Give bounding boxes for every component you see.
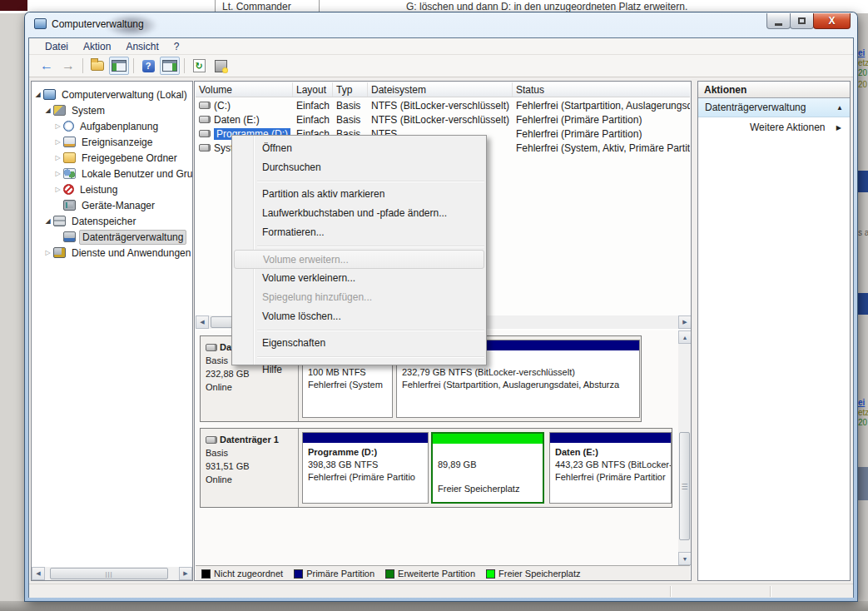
tree-item-label: Datenspeicher: [69, 215, 138, 228]
scroll-left-icon[interactable]: ◀: [32, 567, 45, 580]
disk-1-label[interactable]: Datenträger 1 Basis 931,51 GB Online: [201, 429, 299, 507]
tree-item-dienste[interactable]: ▷ Dienste und Anwendungen: [43, 245, 193, 261]
disk-management-tool-button[interactable]: [211, 57, 231, 75]
menu-item-spiegelung-hinzufuegen[interactable]: Spiegelung hinzufügen...: [232, 288, 486, 307]
volume-table-header: Volume Layout Typ Dateisystem Status: [196, 82, 690, 97]
disk-view-vertical-scrollbar[interactable]: ▲ ☰ ▼: [678, 330, 692, 565]
scroll-right-icon[interactable]: ▶: [179, 567, 192, 580]
event-viewer-icon: [63, 137, 76, 147]
legend-label: Freier Speicherplatz: [498, 569, 580, 579]
column-header-volume[interactable]: Volume: [196, 82, 293, 97]
tree-item-aufgabenplanung[interactable]: ▷ Aufgabenplanung: [53, 118, 161, 134]
export-list-button[interactable]: [87, 57, 107, 75]
toggle-console-tree-button[interactable]: [109, 57, 129, 75]
back-button[interactable]: ←: [37, 57, 57, 75]
minimize-button[interactable]: [766, 13, 791, 29]
partition-programme-d[interactable]: Programme (D:) 398,38 GB NTFS Fehlerfrei…: [302, 432, 429, 504]
menu-separator: [257, 330, 484, 330]
console-tree-panel: ◢ Computerverwaltung (Lokal) ◢ System ▷ …: [31, 81, 193, 581]
column-header-layout[interactable]: Layout: [293, 82, 333, 97]
forward-button[interactable]: →: [58, 57, 78, 75]
menu-separator: [257, 356, 484, 357]
partition-status: Fehlerfrei (Startpartition, Auslagerungs…: [397, 379, 639, 391]
volume-row-c[interactable]: (C:) Einfach Basis NTFS (BitLocker-versc…: [196, 98, 690, 112]
titlebar[interactable]: Computerverwaltung X: [25, 12, 857, 37]
column-header-typ[interactable]: Typ: [333, 82, 368, 97]
app-icon: [34, 18, 47, 29]
tree-item-label: System: [69, 104, 107, 117]
restore-button[interactable]: [790, 13, 814, 29]
expander-icon[interactable]: ▷: [53, 154, 62, 161]
menu-item-formatieren[interactable]: Formatieren...: [232, 223, 486, 242]
tree-item-system[interactable]: ◢ System: [43, 102, 107, 118]
submenu-arrow-icon: ▶: [836, 124, 841, 132]
volume-icon: [199, 130, 211, 137]
column-header-status[interactable]: Status: [513, 82, 690, 97]
legend-item: Nicht zugeordnet: [201, 569, 283, 579]
menu-item-volume-loeschen[interactable]: Volume löschen...: [232, 307, 486, 326]
background-right-strip: ei etz 20 20 s a ei etz 20: [858, 13, 868, 601]
volume-name: (C:): [214, 100, 231, 112]
menu-item-durchsuchen[interactable]: Durchsuchen: [232, 158, 486, 177]
performance-icon: [63, 184, 74, 195]
tree-item-datentraegerverwaltung[interactable]: Datenträgerverwaltung: [62, 229, 186, 245]
tree-item-computerverwaltung[interactable]: ◢ Computerverwaltung (Lokal): [33, 87, 190, 102]
volume-icon: [199, 144, 211, 152]
expander-icon[interactable]: ▷: [43, 249, 52, 256]
background-text-fragment: 20: [858, 68, 867, 77]
scrollbar-thumb[interactable]: |||: [50, 568, 168, 579]
close-button[interactable]: X: [813, 13, 851, 29]
toggle-action-pane-button[interactable]: [160, 57, 180, 75]
volume-filesystem: NTFS (BitLocker-verschlüsselt): [368, 114, 513, 126]
scrollbar-thumb[interactable]: ☰: [679, 432, 690, 540]
partition-title: Programme (D:): [308, 447, 377, 457]
scroll-left-icon[interactable]: ◀: [196, 315, 209, 329]
legend-item: Erweiterte Partition: [385, 569, 475, 579]
help-button[interactable]: ?: [138, 57, 158, 75]
volume-row-daten[interactable]: Daten (E:) Einfach Basis NTFS (BitLocker…: [196, 112, 690, 127]
background-page-strip: Lt. Commander G: löschen und dann D: in …: [0, 0, 868, 13]
menu-ansicht[interactable]: Ansicht: [118, 39, 166, 54]
menu-aktion[interactable]: Aktion: [76, 39, 118, 54]
forward-icon: →: [62, 59, 75, 72]
expander-icon[interactable]: ▷: [53, 170, 62, 177]
tree-item-ereignisanzeige[interactable]: ▷ Ereignisanzeige: [53, 134, 155, 150]
menu-item-volume-verkleinern[interactable]: Volume verkleinern...: [232, 269, 486, 288]
actions-item-weitere-aktionen[interactable]: Weitere Aktionen ▶: [698, 117, 850, 137]
tree-horizontal-scrollbar[interactable]: ◀ ||| ▶: [32, 567, 192, 580]
actions-group-datentraegerverwaltung[interactable]: Datenträgerverwaltung ▲: [698, 98, 850, 117]
expander-icon[interactable]: ▷: [53, 186, 62, 193]
tree-item-leistung[interactable]: ▷ Leistung: [53, 181, 120, 197]
tree-item-lokale-benutzer[interactable]: ▷ Lokale Benutzer und Gru: [53, 166, 193, 181]
volume-filesystem: NTFS (BitLocker-verschlüsselt): [368, 100, 513, 112]
menu-datei[interactable]: Datei: [37, 39, 76, 54]
expander-icon[interactable]: ◢: [43, 107, 52, 114]
menu-item-laufwerkbuchstaben-aendern[interactable]: Laufwerkbuchstaben und -pfade ändern...: [232, 204, 486, 223]
expander-icon[interactable]: ▷: [53, 138, 62, 146]
scroll-down-icon[interactable]: ▼: [678, 552, 692, 565]
free-space-region[interactable]: 89,89 GB Freier Speicherplatz: [431, 432, 544, 504]
column-header-dateisystem[interactable]: Dateisystem: [368, 82, 513, 97]
scroll-up-icon[interactable]: ▲: [678, 330, 692, 344]
menu-item-hilfe[interactable]: Hilfe: [232, 360, 486, 380]
refresh-button[interactable]: ↻: [189, 57, 209, 75]
expander-icon[interactable]: ◢: [43, 217, 52, 225]
expander-icon[interactable]: ◢: [33, 91, 42, 98]
partition-daten-e[interactable]: Daten (E:) 443,23 GB NTFS (BitLocker- Fe…: [549, 432, 672, 504]
menu-item-partition-aktiv-markieren[interactable]: Partition als aktiv markieren: [232, 185, 486, 204]
menu-item-oeffnen[interactable]: Öffnen: [232, 139, 486, 158]
tree-item-datenspeicher[interactable]: ◢ Datenspeicher: [43, 213, 138, 229]
legend-item: Primäre Partition: [294, 569, 374, 579]
volume-icon: [199, 102, 211, 109]
expander-icon[interactable]: ▷: [53, 122, 62, 130]
menu-help[interactable]: ?: [166, 39, 187, 54]
menu-item-volume-erweitern[interactable]: Volume erweitern...: [234, 250, 484, 269]
tree-item-geraete-manager[interactable]: Geräte-Manager: [62, 197, 157, 213]
collapse-icon[interactable]: ▲: [836, 104, 843, 112]
task-scheduler-icon: [63, 121, 74, 132]
menu-item-eigenschaften[interactable]: Eigenschaften: [232, 334, 486, 353]
scroll-right-icon[interactable]: ▶: [678, 315, 692, 329]
tree-item-freigegebene-ordner[interactable]: ▷ Freigegebene Ordner: [53, 150, 180, 166]
background-text-fragment: etz: [858, 408, 868, 417]
primary-partition-bar: [303, 433, 428, 443]
